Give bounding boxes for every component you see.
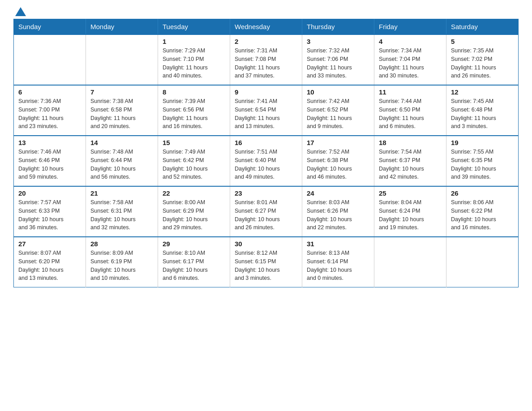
calendar-cell: 23Sunrise: 8:01 AMSunset: 6:27 PMDayligh… [230,186,302,237]
calendar-cell: 4Sunrise: 7:34 AMSunset: 7:04 PMDaylight… [374,34,446,85]
weekday-header-saturday: Saturday [446,19,519,35]
day-number: 9 [235,88,297,96]
calendar-cell: 8Sunrise: 7:39 AMSunset: 6:56 PMDaylight… [158,85,230,136]
week-row-1: 1Sunrise: 7:29 AMSunset: 7:10 PMDaylight… [14,34,519,85]
weekday-header-wednesday: Wednesday [230,19,302,35]
weekday-header-friday: Friday [374,19,446,35]
day-info: Sunrise: 7:55 AMSunset: 6:35 PMDaylight:… [451,148,514,181]
day-number: 27 [18,240,81,248]
day-info: Sunrise: 7:41 AMSunset: 6:54 PMDaylight:… [235,97,297,131]
calendar-cell [14,34,86,85]
day-number: 16 [235,139,297,146]
calendar-cell: 12Sunrise: 7:45 AMSunset: 6:48 PMDayligh… [446,85,519,136]
calendar-cell [86,34,158,85]
calendar-cell: 16Sunrise: 7:51 AMSunset: 6:40 PMDayligh… [230,136,302,186]
day-info: Sunrise: 8:10 AMSunset: 6:17 PMDaylight:… [163,249,225,283]
day-info: Sunrise: 7:38 AMSunset: 6:58 PMDaylight:… [90,97,153,131]
calendar-cell: 20Sunrise: 7:57 AMSunset: 6:33 PMDayligh… [14,186,86,237]
week-row-2: 6Sunrise: 7:36 AMSunset: 7:00 PMDaylight… [14,85,519,136]
calendar-cell: 19Sunrise: 7:55 AMSunset: 6:35 PMDayligh… [446,136,519,186]
day-info: Sunrise: 7:54 AMSunset: 6:37 PMDaylight:… [379,148,442,181]
calendar-cell: 11Sunrise: 7:44 AMSunset: 6:50 PMDayligh… [374,85,446,136]
day-number: 3 [307,38,369,45]
day-number: 18 [379,139,442,146]
day-number: 29 [163,240,225,248]
calendar-cell: 26Sunrise: 8:06 AMSunset: 6:22 PMDayligh… [446,186,519,237]
calendar-cell: 28Sunrise: 8:09 AMSunset: 6:19 PMDayligh… [86,237,158,287]
calendar-cell: 18Sunrise: 7:54 AMSunset: 6:37 PMDayligh… [374,136,446,186]
calendar-cell: 7Sunrise: 7:38 AMSunset: 6:58 PMDaylight… [86,85,158,136]
day-number: 17 [307,139,369,146]
day-info: Sunrise: 7:58 AMSunset: 6:31 PMDaylight:… [90,198,153,232]
day-info: Sunrise: 8:13 AMSunset: 6:14 PMDaylight:… [307,249,369,283]
day-number: 8 [163,88,225,96]
day-number: 20 [18,189,81,197]
day-number: 2 [235,38,297,45]
day-number: 25 [379,189,442,197]
calendar-cell: 24Sunrise: 8:03 AMSunset: 6:26 PMDayligh… [302,186,374,237]
day-info: Sunrise: 7:42 AMSunset: 6:52 PMDaylight:… [307,97,369,131]
day-number: 14 [90,139,153,146]
week-row-5: 27Sunrise: 8:07 AMSunset: 6:20 PMDayligh… [14,237,519,287]
calendar-cell: 25Sunrise: 8:04 AMSunset: 6:24 PMDayligh… [374,186,446,237]
calendar-cell [446,237,519,287]
week-row-4: 20Sunrise: 7:57 AMSunset: 6:33 PMDayligh… [14,186,519,237]
day-info: Sunrise: 7:49 AMSunset: 6:42 PMDaylight:… [163,148,225,181]
day-info: Sunrise: 8:09 AMSunset: 6:19 PMDaylight:… [90,249,153,283]
day-number: 28 [90,240,153,248]
calendar-cell: 27Sunrise: 8:07 AMSunset: 6:20 PMDayligh… [14,237,86,287]
day-number: 11 [379,88,442,96]
day-number: 5 [451,38,514,45]
day-info: Sunrise: 7:39 AMSunset: 6:56 PMDaylight:… [163,97,225,131]
calendar-cell: 31Sunrise: 8:13 AMSunset: 6:14 PMDayligh… [302,237,374,287]
calendar-cell: 30Sunrise: 8:12 AMSunset: 6:15 PMDayligh… [230,237,302,287]
day-info: Sunrise: 7:29 AMSunset: 7:10 PMDaylight:… [163,47,225,80]
calendar-cell: 2Sunrise: 7:31 AMSunset: 7:08 PMDaylight… [230,34,302,85]
day-info: Sunrise: 7:52 AMSunset: 6:38 PMDaylight:… [307,148,369,181]
calendar-cell: 3Sunrise: 7:32 AMSunset: 7:06 PMDaylight… [302,34,374,85]
day-info: Sunrise: 8:03 AMSunset: 6:26 PMDaylight:… [307,198,369,232]
day-info: Sunrise: 7:48 AMSunset: 6:44 PMDaylight:… [90,148,153,181]
day-number: 6 [18,88,81,96]
calendar-cell: 21Sunrise: 7:58 AMSunset: 6:31 PMDayligh… [86,186,158,237]
day-number: 19 [451,139,514,146]
calendar-cell: 10Sunrise: 7:42 AMSunset: 6:52 PMDayligh… [302,85,374,136]
day-info: Sunrise: 7:45 AMSunset: 6:48 PMDaylight:… [451,97,514,131]
page-header [13,9,519,14]
day-number: 26 [451,189,514,197]
calendar-cell: 15Sunrise: 7:49 AMSunset: 6:42 PMDayligh… [158,136,230,186]
logo-triangle-icon [15,7,26,16]
day-info: Sunrise: 8:07 AMSunset: 6:20 PMDaylight:… [18,249,81,283]
calendar-cell: 29Sunrise: 8:10 AMSunset: 6:17 PMDayligh… [158,237,230,287]
logo [13,9,26,14]
day-number: 13 [18,139,81,146]
calendar-cell: 13Sunrise: 7:46 AMSunset: 6:46 PMDayligh… [14,136,86,186]
day-number: 7 [90,88,153,96]
day-number: 1 [163,38,225,45]
calendar-cell: 17Sunrise: 7:52 AMSunset: 6:38 PMDayligh… [302,136,374,186]
day-number: 21 [90,189,153,197]
day-info: Sunrise: 7:32 AMSunset: 7:06 PMDaylight:… [307,47,369,80]
day-number: 10 [307,88,369,96]
weekday-header-thursday: Thursday [302,19,374,35]
day-number: 22 [163,189,225,197]
day-info: Sunrise: 8:04 AMSunset: 6:24 PMDaylight:… [379,198,442,232]
day-number: 31 [307,240,369,248]
weekday-header-row: SundayMondayTuesdayWednesdayThursdayFrid… [14,19,519,35]
day-info: Sunrise: 8:12 AMSunset: 6:15 PMDaylight:… [235,249,297,283]
weekday-header-sunday: Sunday [14,19,86,35]
calendar-table: SundayMondayTuesdayWednesdayThursdayFrid… [13,19,519,287]
calendar-cell [374,237,446,287]
day-number: 30 [235,240,297,248]
day-info: Sunrise: 7:34 AMSunset: 7:04 PMDaylight:… [379,47,442,80]
day-info: Sunrise: 7:51 AMSunset: 6:40 PMDaylight:… [235,148,297,181]
day-number: 4 [379,38,442,45]
day-info: Sunrise: 8:00 AMSunset: 6:29 PMDaylight:… [163,198,225,232]
calendar-cell: 14Sunrise: 7:48 AMSunset: 6:44 PMDayligh… [86,136,158,186]
day-number: 23 [235,189,297,197]
week-row-3: 13Sunrise: 7:46 AMSunset: 6:46 PMDayligh… [14,136,519,186]
weekday-header-tuesday: Tuesday [158,19,230,35]
day-info: Sunrise: 7:36 AMSunset: 7:00 PMDaylight:… [18,97,81,131]
day-info: Sunrise: 8:06 AMSunset: 6:22 PMDaylight:… [451,198,514,232]
calendar-cell: 6Sunrise: 7:36 AMSunset: 7:00 PMDaylight… [14,85,86,136]
